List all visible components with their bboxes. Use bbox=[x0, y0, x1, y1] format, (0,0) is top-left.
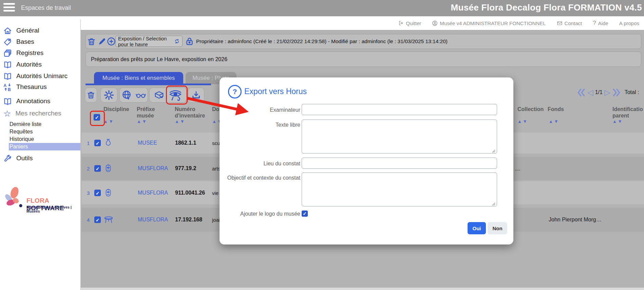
sidebar-item-mes-recherches[interactable]: ☆ Mes recherches bbox=[3, 109, 61, 118]
user-circle-icon bbox=[432, 20, 438, 26]
tab-biens-et-ensembles[interactable]: Musée : Biens et ensembles bbox=[94, 72, 183, 84]
sidebar-item-annotations[interactable]: Annotations bbox=[3, 96, 50, 106]
prefix-link[interactable]: MUSFLORA bbox=[138, 217, 168, 223]
home-icon bbox=[3, 26, 12, 35]
previous-page-icon[interactable]: ◁ bbox=[587, 89, 593, 96]
publish-view-button-group[interactable] bbox=[119, 88, 148, 103]
sort-arrows-icon[interactable]: ▲▼ bbox=[137, 119, 148, 124]
quit-button[interactable]: Quitter bbox=[398, 20, 421, 26]
sidebar-item-requetes[interactable]: Requêtes bbox=[10, 128, 33, 135]
flora-software-logo: FLORA SOFTWARE Bibliothèques | Archives … bbox=[3, 185, 77, 214]
sub-item-label: Dernière liste bbox=[10, 121, 41, 127]
column-header-fonds[interactable]: Fonds bbox=[548, 106, 568, 112]
prefix-link[interactable]: MUSFLORA bbox=[138, 165, 168, 171]
sort-arrows-icon[interactable]: ▲▼ bbox=[103, 119, 114, 124]
domain-cell: vie bbox=[212, 190, 219, 196]
row-number: 1 bbox=[87, 140, 90, 146]
delete-items-button[interactable] bbox=[85, 88, 97, 103]
column-header-prefixe[interactable]: Préfixe musée bbox=[137, 106, 161, 119]
row-checkbox[interactable]: ✓ bbox=[94, 190, 101, 196]
sidebar-item-thesaurus[interactable]: AB Thesaurus bbox=[3, 82, 47, 92]
no-label: Non bbox=[492, 225, 502, 231]
select-all-checkbox[interactable]: ✓ bbox=[94, 114, 100, 121]
sidebar-item-registres[interactable]: Registres bbox=[3, 48, 43, 58]
svg-text:A: A bbox=[4, 83, 7, 88]
plus-circle-icon bbox=[107, 37, 116, 46]
add-workspace-button[interactable] bbox=[107, 37, 116, 46]
workspace-menu-label[interactable]: Espaces de travail bbox=[21, 4, 71, 12]
sidebar-item-autorites[interactable]: Autorités bbox=[3, 60, 42, 69]
sort-arrows-icon[interactable]: ▲▼ bbox=[549, 119, 560, 124]
workspace-description: Préparation des prêts pour Le Havre, exp… bbox=[91, 52, 227, 67]
row-number: 2 bbox=[87, 166, 90, 171]
hamburger-menu-icon[interactable] bbox=[3, 3, 15, 13]
sidebar-item-paniers-selected[interactable]: Paniers bbox=[9, 143, 80, 150]
sort-arrows-icon[interactable]: ▲▼ bbox=[517, 119, 528, 124]
field-label-texte-libre: Texte libre bbox=[226, 122, 300, 128]
settings-button[interactable] bbox=[100, 88, 117, 103]
about-button[interactable]: A propos bbox=[619, 20, 639, 26]
sidebar-item-autorites-unimarc[interactable]: Autorités Unimarc bbox=[3, 71, 68, 81]
no-button[interactable]: Non bbox=[488, 222, 507, 234]
first-page-icon[interactable] bbox=[577, 88, 586, 97]
delete-workspace-button[interactable] bbox=[87, 37, 96, 46]
horus-eye-icon[interactable] bbox=[169, 89, 182, 101]
sidebar-item-bases[interactable]: Bases bbox=[3, 37, 34, 47]
column-header-numero[interactable]: Numéro d'inventaire bbox=[175, 106, 211, 119]
pagination: ◁ 1/1 ▷ Total : bbox=[577, 86, 639, 98]
examinateur-input[interactable] bbox=[302, 104, 497, 115]
download-icon bbox=[191, 90, 201, 100]
prefix-link[interactable]: MUSEE bbox=[138, 140, 157, 146]
user-account[interactable]: Musée v4 ADMINISTRATEUR FONCTIONNEL bbox=[432, 20, 546, 26]
exit-icon bbox=[398, 20, 404, 26]
workspace-selector-value: Exposition / Selection pour le havre bbox=[118, 36, 174, 47]
objectif-contexte-textarea[interactable] bbox=[302, 173, 497, 206]
domain-cell: scu bbox=[212, 140, 220, 146]
sidebar-label: Général bbox=[16, 27, 39, 34]
help-button[interactable]: ? Aide bbox=[593, 20, 608, 26]
sidebar-item-historique[interactable]: Historique bbox=[10, 135, 34, 143]
sidebar-item-derniere-liste[interactable]: Dernière liste bbox=[10, 121, 41, 128]
prefix-link[interactable]: MUSFLORA bbox=[138, 190, 168, 196]
lock-icon[interactable] bbox=[185, 36, 194, 46]
row-checkbox[interactable]: ✓ bbox=[94, 165, 101, 172]
truncated-cell-fragment: .... bbox=[515, 166, 520, 171]
column-header-discipline[interactable]: Discipline bbox=[103, 106, 134, 112]
contact-label: Contact bbox=[565, 20, 582, 26]
inventory-number: 1862.1.1 bbox=[175, 140, 196, 146]
yes-label: Oui bbox=[473, 225, 481, 231]
row-checkbox[interactable]: ✓ bbox=[94, 217, 101, 223]
contact-button[interactable]: Contact bbox=[557, 20, 582, 26]
sidebar-item-outils[interactable]: Outils bbox=[3, 153, 33, 163]
row-checkbox[interactable]: ✓ bbox=[94, 140, 101, 146]
last-page-icon[interactable] bbox=[612, 88, 621, 97]
ajouter-logo-checkbox[interactable]: ✓ bbox=[302, 211, 308, 217]
edit-workspace-button[interactable] bbox=[98, 37, 107, 46]
question-circle-icon[interactable]: ? bbox=[228, 85, 242, 98]
logo-tagline: Bibliothèques | Archives | Musées bbox=[26, 205, 77, 213]
sidebar-label: Annotations bbox=[16, 97, 50, 105]
refresh-icon[interactable] bbox=[174, 38, 180, 44]
next-page-icon[interactable]: ▷ bbox=[604, 89, 610, 96]
book-icon bbox=[3, 72, 12, 80]
app-title: Musée Flora Decalog Flora FORMATION v4.5 bbox=[451, 2, 642, 13]
lieu-du-constat-input[interactable] bbox=[302, 158, 497, 169]
texte-libre-textarea[interactable] bbox=[302, 120, 497, 153]
top-bar: Espaces de travail Musée Flora Decalog F… bbox=[0, 0, 644, 16]
book-icon bbox=[3, 97, 12, 106]
yes-button[interactable]: Oui bbox=[468, 222, 486, 234]
export-button-group[interactable] bbox=[149, 88, 187, 103]
sidebar-label: Mes recherches bbox=[15, 110, 61, 117]
workspace-selector-dropdown[interactable]: Exposition / Selection pour le havre bbox=[115, 36, 183, 47]
sidebar-item-general[interactable]: Général bbox=[3, 26, 39, 35]
column-header-identification-parent[interactable]: Identificatio parent bbox=[612, 106, 644, 119]
field-label-examinateur: Examinateur bbox=[226, 107, 300, 113]
download-button[interactable] bbox=[188, 88, 204, 103]
sidebar-label: Thesaurus bbox=[16, 83, 47, 91]
check-icon: ✓ bbox=[95, 115, 99, 120]
sort-arrows-icon[interactable]: ▲▼ bbox=[175, 119, 186, 124]
help-label: Aide bbox=[598, 20, 608, 26]
sort-arrows-icon[interactable]: ▲▼ bbox=[612, 119, 623, 124]
sidebar-label: Bases bbox=[16, 38, 34, 46]
mail-icon bbox=[557, 20, 563, 26]
